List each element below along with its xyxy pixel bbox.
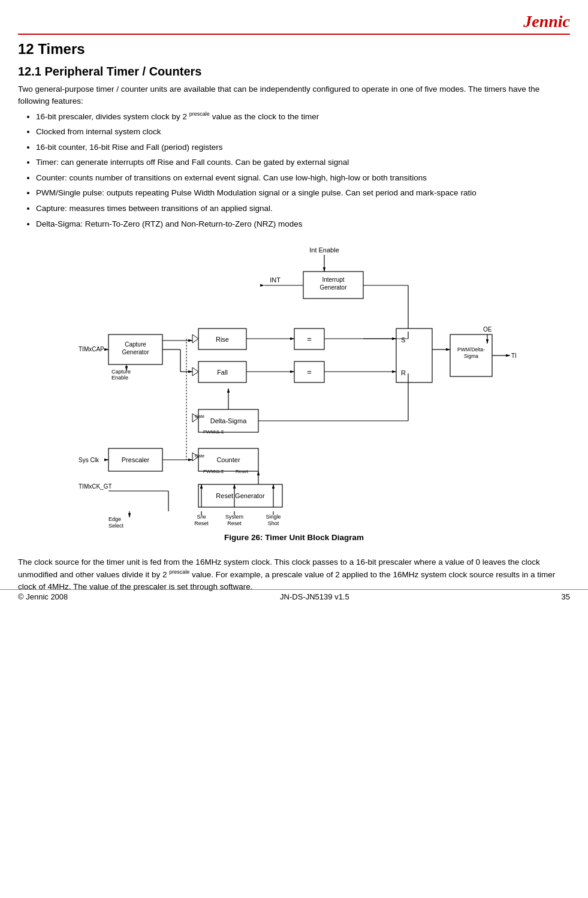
diagram-wrapper: Int Enable Interrupt Generator INT Captu… [73, 242, 516, 529]
oe-label: OE [483, 326, 492, 333]
reset-gen-label: Reset Generator [216, 492, 265, 499]
page-title: 12 Timers [18, 41, 570, 58]
system-reset-label2: Reset [227, 520, 242, 526]
pwm-ds1-label: PWM/Δ-Σ [203, 429, 224, 435]
diagram-section: Int Enable Interrupt Generator INT Captu… [18, 242, 570, 550]
block-diagram: Int Enable Interrupt Generator INT Captu… [73, 242, 516, 529]
int-enable-label: Int Enable [309, 246, 339, 254]
timxout-label: TIMxOUT [511, 352, 516, 359]
features-list: 16-bit prescaler, divides system clock b… [36, 110, 570, 230]
pwm-ds2-label: PWM/Δ-Σ [203, 469, 224, 474]
pwm-delta-sigma-label2: Sigma [463, 353, 478, 359]
edge-select-label: Edge [108, 516, 121, 522]
pwm-delta-sigma-label: PWM/Delta- [457, 346, 485, 352]
s-label: S [401, 336, 405, 343]
svg-marker-14 [192, 367, 198, 376]
capture-enable-label: Capture [111, 369, 131, 375]
counter-label: Counter [216, 456, 240, 463]
copyright: © Jennic 2008 [18, 592, 68, 601]
figure-caption: Figure 26: Timer Unit Block Diagram [224, 533, 364, 542]
gate2-label: Gate [195, 453, 204, 459]
page-number: 35 [562, 592, 570, 601]
sw-reset-label2: Reset [194, 520, 209, 526]
list-item: Counter: counts number of transitions on… [36, 172, 570, 184]
capture-gen-label2: Generator [122, 349, 149, 355]
footer-bar: © Jennic 2008 JN-DS-JN5139 v1.5 35 [0, 589, 588, 604]
eq2-label: = [307, 367, 312, 376]
timxcap-label: TIMxCAP [79, 346, 104, 352]
int-label: INT [270, 276, 281, 284]
intro-text: Two general-purpose timer / counter unit… [18, 83, 570, 107]
list-item: 16-bit prescaler, divides system clock b… [36, 110, 570, 122]
prescaler-label: Prescaler [121, 456, 149, 463]
list-item: 16-bit counter, 16-bit Rise and Fall (pe… [36, 141, 570, 153]
eq1-label: = [307, 335, 312, 343]
svg-marker-11 [192, 335, 198, 343]
timxckt-label: TIMxCK_GT [79, 483, 112, 490]
list-item: Capture: measures times between transiti… [36, 203, 570, 215]
list-item: Timer: can generate interrupts off Rise … [36, 156, 570, 168]
interrupt-gen-label: Interrupt [322, 276, 344, 283]
svg-line-53 [258, 372, 396, 460]
single-shot-label2: Shot [267, 520, 279, 526]
r-label: R [401, 369, 406, 376]
list-item: PWM/Single pulse: outputs repeating Puls… [36, 187, 570, 199]
section-title: 12.1 Peripheral Timer / Counters [18, 65, 570, 79]
gate1-label: Gate [195, 414, 204, 419]
interrupt-gen-label2: Generator [319, 284, 347, 291]
capture-enable-label2: Enable [111, 375, 128, 381]
reset-lbl-label: Reset [236, 469, 249, 474]
rise-label: Rise [215, 336, 228, 343]
delta-sigma-label: Delta-Sigma [210, 417, 246, 424]
edge-select-label2: Select [108, 523, 124, 529]
list-item: Delta-Sigma: Return-To-Zero (RTZ) and No… [36, 218, 570, 230]
body-text: The clock source for the timer unit is f… [18, 556, 570, 593]
logo: Jennic [523, 12, 570, 31]
sys-clk-label: Sys Clk [79, 457, 99, 463]
doc-id: JN-DS-JN5139 v1.5 [280, 592, 349, 601]
header-bar: Jennic [18, 12, 570, 35]
fall-label: Fall [217, 369, 228, 376]
list-item: Clocked from internal system clock [36, 126, 570, 138]
capture-gen-label: Capture [125, 341, 146, 348]
